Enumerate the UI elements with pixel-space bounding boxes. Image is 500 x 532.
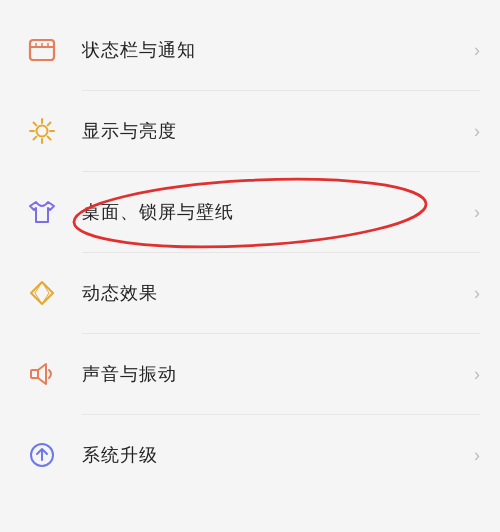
svg-line-13 bbox=[48, 123, 51, 126]
display-brightness-label: 显示与亮度 bbox=[82, 119, 466, 143]
item-dynamic-effects[interactable]: 动态效果 › bbox=[0, 253, 500, 334]
sun-icon bbox=[20, 109, 64, 153]
sound-vibration-label: 声音与振动 bbox=[82, 362, 466, 386]
svg-rect-15 bbox=[31, 370, 38, 378]
item-status-bar[interactable]: 状态栏与通知 › bbox=[0, 10, 500, 91]
chevron-icon-0: › bbox=[474, 40, 480, 61]
desktop-lock-wallpaper-label: 桌面、锁屏与壁纸 bbox=[82, 200, 466, 224]
status-bar-label: 状态栏与通知 bbox=[82, 38, 466, 62]
item-sound-vibration[interactable]: 声音与振动 › bbox=[0, 334, 500, 415]
item-desktop-lock-wallpaper[interactable]: 桌面、锁屏与壁纸 › bbox=[0, 172, 500, 253]
item-system-update[interactable]: 系统升级 › bbox=[0, 415, 500, 495]
chevron-icon-3: › bbox=[474, 283, 480, 304]
settings-list: 状态栏与通知 › 显示与亮度 › bbox=[0, 0, 500, 505]
speaker-icon bbox=[20, 352, 64, 396]
item-display-brightness[interactable]: 显示与亮度 › bbox=[0, 91, 500, 172]
svg-line-12 bbox=[34, 137, 37, 140]
chevron-icon-1: › bbox=[474, 121, 480, 142]
chevron-icon-4: › bbox=[474, 364, 480, 385]
svg-line-11 bbox=[48, 137, 51, 140]
chevron-icon-5: › bbox=[474, 445, 480, 466]
status-bar-icon bbox=[20, 28, 64, 72]
system-update-label: 系统升级 bbox=[82, 443, 466, 467]
chevron-icon-2: › bbox=[474, 202, 480, 223]
update-icon bbox=[20, 433, 64, 477]
svg-line-10 bbox=[34, 123, 37, 126]
dynamic-effects-label: 动态效果 bbox=[82, 281, 466, 305]
svg-point-5 bbox=[37, 126, 48, 137]
diamond-icon bbox=[20, 271, 64, 315]
tshirt-icon bbox=[20, 190, 64, 234]
